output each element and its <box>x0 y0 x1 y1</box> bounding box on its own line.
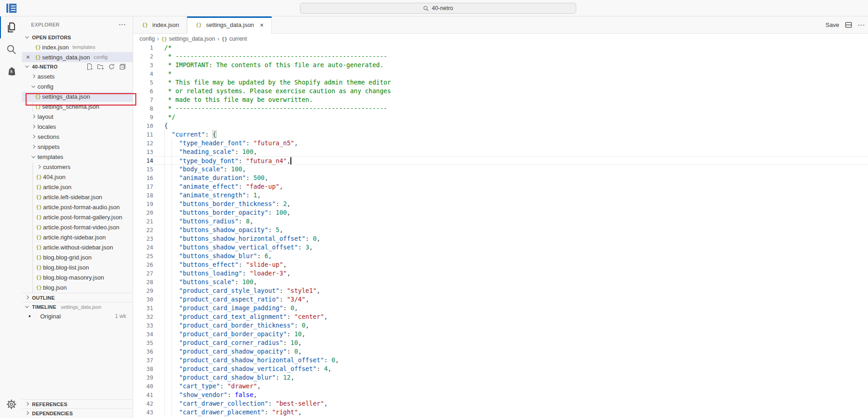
project-section-header[interactable]: 40-NETRO <box>22 62 133 72</box>
save-button[interactable]: Save <box>825 21 839 28</box>
code-line-12[interactable]: 12 "type_header_font": "futura_n5", <box>133 139 868 148</box>
new-file-icon[interactable] <box>86 63 93 70</box>
tree-item-article-post-format-audio-json[interactable]: {}article.post-format-audio.json <box>22 202 133 212</box>
explorer-more-actions-icon[interactable]: ··· <box>119 21 126 28</box>
close-tab-icon[interactable]: × <box>260 21 263 29</box>
code-line-39[interactable]: 39 "product_card_shadow_blur": 12, <box>133 373 868 382</box>
open-editors-header[interactable]: OPEN EDITORS <box>22 33 133 42</box>
refresh-icon[interactable] <box>108 63 115 70</box>
breadcrumb-item-config[interactable]: config <box>139 36 155 42</box>
tree-item-config[interactable]: config <box>22 82 133 92</box>
tree-item-blog-blog-masonry-json[interactable]: {}blog.blog-masonry.json <box>22 273 133 283</box>
code-line-30[interactable]: 30 "product_card_aspect_ratio": "3/4", <box>133 295 868 304</box>
code-line-38[interactable]: 38 "product_card_shadow_vertical_offset"… <box>133 365 868 373</box>
tree-item-settings-data-json[interactable]: {}settings_data.json <box>22 92 133 102</box>
code-line-9[interactable]: 9 */ <box>133 113 868 122</box>
code-line-40[interactable]: 40 "cart_type": "drawer", <box>133 382 868 391</box>
code-line-3[interactable]: 3 * IMPORTANT: The contents of this file… <box>133 61 868 69</box>
tree-item-sections[interactable]: sections <box>22 132 133 142</box>
breadcrumb-item-settings-data-json[interactable]: {}settings_data.json <box>161 36 215 42</box>
code-line-28[interactable]: 28 "buttons_scale": 100, <box>133 278 868 286</box>
tree-item-article-left-sidebar-json[interactable]: {}article.left-sidebar.json <box>22 192 133 202</box>
split-editor-icon[interactable] <box>845 21 852 29</box>
collapse-all-icon[interactable] <box>119 63 126 70</box>
code-line-22[interactable]: 22 "buttons_shadow_opacity": 5, <box>133 226 868 234</box>
code-line-36[interactable]: 36 "product_card_shadow_opacity": 0, <box>133 347 868 356</box>
code-line-17[interactable]: 17 "animate_effect": "fade-up", <box>133 182 868 191</box>
tab-index-json[interactable]: {} index.json <box>133 16 187 34</box>
settings-gear-icon[interactable] <box>0 393 22 415</box>
new-folder-icon[interactable] <box>97 63 104 70</box>
outline-section-header[interactable]: OUTLINE <box>22 293 133 302</box>
activity-search-icon[interactable] <box>0 38 22 60</box>
code-line-15[interactable]: 15 "body_scale": 100, <box>133 165 868 174</box>
tree-item-article-post-format-gallery-json[interactable]: {}article.post-format-gallery.json <box>22 212 133 222</box>
code-line-13[interactable]: 13 "heading_scale": 100, <box>133 148 868 156</box>
code-line-34[interactable]: 34 "product_card_border_opacity": 10, <box>133 330 868 339</box>
code-line-24[interactable]: 24 "buttons_shadow_vertical_offset": 3, <box>133 243 868 252</box>
tree-item-customers[interactable]: customers <box>22 162 133 172</box>
code-line-19[interactable]: 19 "buttons_border_thickness": 2, <box>133 200 868 208</box>
code-line-42[interactable]: 42 "cart_drawer_collection": "best-selle… <box>133 399 868 408</box>
tab-settings-data-json[interactable]: {} settings_data.json × <box>187 16 272 34</box>
code-line-29[interactable]: 29 "product_card_style_layout": "style1"… <box>133 286 868 295</box>
breadcrumb-item-current[interactable]: {}current <box>221 36 247 42</box>
code-line-33[interactable]: 33 "product_card_border_thickness": 0, <box>133 321 868 330</box>
code-line-1[interactable]: 1/* <box>133 43 868 52</box>
open-editor-item[interactable]: ×{}settings_data.jsonconfig <box>22 52 133 62</box>
code-line-25[interactable]: 25 "buttons_shadow_blur": 6, <box>133 252 868 260</box>
code-line-2[interactable]: 2 * ------------------------------------… <box>133 52 868 61</box>
tree-item-assets[interactable]: assets <box>22 72 133 82</box>
code-line-8[interactable]: 8 * ------------------------------------… <box>133 104 868 113</box>
code-line-37[interactable]: 37 "product_card_shadow_horizontal_offse… <box>133 356 868 365</box>
code-area[interactable]: 1/*2 * ---------------------------------… <box>133 43 868 418</box>
tree-item-blog-blog-grid-json[interactable]: {}blog.blog-grid.json <box>22 253 133 263</box>
tree-item-settings-schema-json[interactable]: {}settings_schema.json <box>22 102 133 112</box>
timeline-item-original[interactable]: ● Original 1 wk <box>22 312 133 321</box>
tree-item-snippets[interactable]: snippets <box>22 142 133 152</box>
timeline-section-header[interactable]: TIMELINE settings_data.json <box>22 302 133 312</box>
tree-item-templates[interactable]: templates <box>22 152 133 162</box>
code-line-41[interactable]: 41 "show_vendor": false, <box>133 391 868 399</box>
code-line-16[interactable]: 16 "animate_duration": 500, <box>133 174 868 182</box>
code-line-43[interactable]: 43 "cart_drawer_placement": "right", <box>133 408 868 417</box>
code-line-26[interactable]: 26 "buttons_effect": "slide-up", <box>133 260 868 269</box>
tree-item-locales[interactable]: locales <box>22 122 133 132</box>
close-editor-icon[interactable]: × <box>22 53 34 61</box>
editor-more-actions-icon[interactable]: ··· <box>858 21 865 28</box>
code-line-27[interactable]: 27 "buttons_loading": "loader-3", <box>133 269 868 278</box>
code-line-4[interactable]: 4 * <box>133 69 868 78</box>
code-line-14[interactable]: 14 "type_body_font": "futura_n4", <box>133 156 868 165</box>
open-editor-item[interactable]: {}index.jsontemplates <box>22 42 133 52</box>
code-line-10[interactable]: 10{ <box>133 122 868 130</box>
tree-item-layout[interactable]: layout <box>22 112 133 122</box>
code-line-6[interactable]: 6 * or related systems. Please exercise … <box>133 87 868 95</box>
code-line-11[interactable]: 11 "current": { <box>133 130 868 139</box>
code-line-20[interactable]: 20 "buttons_border_opacity": 100, <box>133 208 868 217</box>
code-line-21[interactable]: 21 "buttons_radius": 8, <box>133 217 868 226</box>
code-token: 6 <box>264 252 268 259</box>
object-symbol-icon: {} <box>221 36 227 42</box>
tree-item-blog-blog-list-json[interactable]: {}blog.blog-list.json <box>22 263 133 273</box>
code-line-7[interactable]: 7 * made to this file may be overwritten… <box>133 95 868 104</box>
line-number: 32 <box>133 312 153 321</box>
activity-shopify-icon[interactable]: S <box>0 60 22 82</box>
activity-files-icon[interactable] <box>0 16 22 38</box>
tree-item-article-post-format-video-json[interactable]: {}article.post-format-video.json <box>22 222 133 233</box>
code-line-5[interactable]: 5 * This file may be updated by the Shop… <box>133 78 868 87</box>
tree-item-article-right-sidebar-json[interactable]: {}article.right-sidebar.json <box>22 233 133 243</box>
code-line-23[interactable]: 23 "buttons_shadow_horizontal_offset": 0… <box>133 234 868 243</box>
command-center-search[interactable]: 40-netro <box>300 3 576 14</box>
tree-item-blog-json[interactable]: {}blog.json <box>22 283 133 293</box>
references-section-header[interactable]: REFERENCES <box>22 399 133 409</box>
code-token: : <box>235 148 242 155</box>
tree-item-404-json[interactable]: {}404.json <box>22 172 133 182</box>
code-line-32[interactable]: 32 "product_card_text_alignment": "cente… <box>133 312 868 321</box>
line-content: "animate_effect": "fade-up", <box>153 182 868 191</box>
tree-item-article-json[interactable]: {}article.json <box>22 182 133 192</box>
code-line-35[interactable]: 35 "product_card_corner_radius": 10, <box>133 339 868 347</box>
code-line-18[interactable]: 18 "animate_strength": 1, <box>133 191 868 200</box>
code-line-31[interactable]: 31 "product_card_image_padding": 0, <box>133 304 868 312</box>
dependencies-section-header[interactable]: DEPENDENCIES <box>22 408 133 418</box>
tree-item-article-without-sidebar-json[interactable]: {}article.without-sidebar.json <box>22 243 133 253</box>
